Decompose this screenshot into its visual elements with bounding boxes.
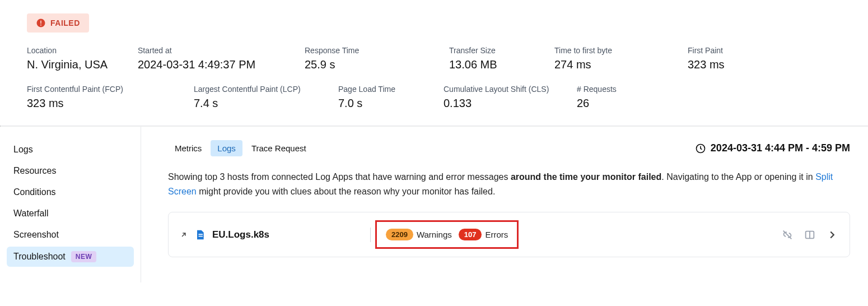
metric-label: Cumulative Layout Shift (CLS) [444,85,550,94]
metric-value: 7.4 s [194,97,311,110]
logs-description: Showing top 3 hosts from connected Log A… [168,170,850,198]
alert-circle-icon [36,18,46,28]
metric-value: N. Virginia, USA [27,58,111,71]
sidebar-item-label: Troubleshoot [13,252,66,262]
sidebar-item-label: Logs [13,145,33,155]
metric-value: 323 ms [27,97,167,110]
metric-fcp: First Contentful Paint (FCP) 323 ms [27,85,167,110]
external-link-icon[interactable] [180,231,188,239]
sidebar-item-label: Resources [13,166,56,176]
metric-transfer-size: Transfer Size 13.06 MB [449,46,528,71]
sidebar-item-label: Screenshot [13,230,59,240]
svg-rect-4 [199,234,203,235]
metric-value: 13.06 MB [449,58,528,71]
metric-ttfb: Time to first byte 274 ms [554,46,661,71]
sidebar-item-conditions[interactable]: Conditions [7,183,134,202]
metric-label: Location [27,46,111,55]
svg-rect-1 [40,21,41,24]
errors-count-badge: 107 [459,229,482,240]
metric-value: 274 ms [554,58,661,71]
metric-label: First Contentful Paint (FCP) [27,85,167,94]
metric-value: 26 [577,97,655,110]
new-badge: NEW [71,251,97,262]
tab-logs[interactable]: Logs [211,140,242,156]
sidebar-item-resources[interactable]: Resources [7,161,134,180]
vertical-divider [370,228,371,242]
metric-label: Largest Contentful Paint (LCP) [194,85,311,94]
metric-cls: Cumulative Layout Shift (CLS) 0.133 [444,85,550,110]
sidebar-item-label: Conditions [13,187,56,197]
metric-label: First Paint [688,46,772,55]
metric-requests: # Requests 26 [577,85,655,110]
metric-location: Location N. Virginia, USA [27,46,111,71]
metric-lcp: Largest Contentful Paint (LCP) 7.4 s [194,85,311,110]
metric-label: Response Time [305,46,422,55]
metric-started-at: Started at 2024-03-31 4:49:37 PM [138,46,278,71]
sidebar: Logs Resources Conditions Waterfall Scre… [0,127,141,282]
sidebar-item-waterfall[interactable]: Waterfall [7,204,134,223]
metric-label: Page Load Time [338,85,417,94]
tab-trace-request[interactable]: Trace Request [245,140,313,156]
metric-first-paint: First Paint 323 ms [688,46,772,71]
sidebar-item-troubleshoot[interactable]: Troubleshoot NEW [7,247,134,267]
log-title: EU.Logs.k8s [212,229,269,240]
svg-point-2 [40,25,41,26]
warnings-count-badge: 2209 [386,229,413,240]
status-text: FAILED [50,18,80,27]
log-card: EU.Logs.k8s 2209 Warnings 107 Errors [168,212,850,257]
unlink-icon[interactable] [781,229,794,241]
tab-metrics[interactable]: Metrics [168,140,208,156]
metric-label: Started at [138,46,278,55]
metric-label: Transfer Size [449,46,528,55]
metric-value: 25.9 s [305,58,422,71]
sidebar-item-logs[interactable]: Logs [7,140,134,159]
metric-value: 0.133 [444,97,550,110]
warnings-label: Warnings [417,230,452,239]
metric-page-load-time: Page Load Time 7.0 s [338,85,417,110]
split-view-icon[interactable] [804,229,816,241]
highlighted-counts: 2209 Warnings 107 Errors [375,220,519,249]
metric-label: # Requests [577,85,655,94]
metric-value: 323 ms [688,58,772,71]
content-tabs: Metrics Logs Trace Request [168,140,313,156]
metric-label: Time to first byte [554,46,661,55]
metric-value: 7.0 s [338,97,417,110]
errors-label: Errors [485,230,508,239]
chevron-right-icon[interactable] [826,229,838,241]
sidebar-item-screenshot[interactable]: Screenshot [7,225,134,244]
time-range: 2024-03-31 4:44 PM - 4:59 PM [695,142,850,154]
sidebar-item-label: Waterfall [13,208,49,219]
metric-response-time: Response Time 25.9 s [305,46,422,71]
document-icon [194,229,206,241]
status-badge: FAILED [27,13,89,33]
metric-value: 2024-03-31 4:49:37 PM [138,58,278,71]
svg-rect-5 [199,235,203,237]
clock-icon [695,143,706,154]
time-range-text: 2024-03-31 4:44 PM - 4:59 PM [711,142,850,154]
